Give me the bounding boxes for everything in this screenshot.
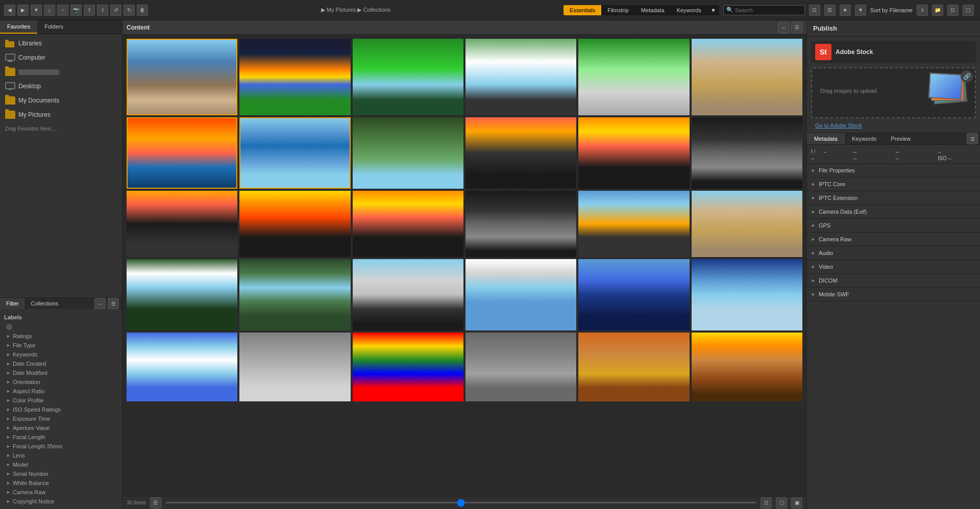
thumbnail-21[interactable] bbox=[353, 259, 463, 330]
thumbnail-16[interactable] bbox=[465, 191, 576, 257]
tab-filmstrip[interactable]: Filmstrip bbox=[601, 5, 635, 15]
meta-tab-keywords[interactable]: Keywords bbox=[845, 133, 884, 144]
go-to-adobe-stock-link[interactable]: Go to Adobe Stock bbox=[811, 120, 866, 131]
sidebar-item-hidden[interactable] bbox=[0, 65, 122, 79]
reveal-button[interactable]: ○ bbox=[57, 5, 68, 16]
tab-collections[interactable]: Collections bbox=[24, 298, 64, 309]
thumbnail-27[interactable] bbox=[353, 333, 463, 401]
meta-more-button[interactable]: ☰ bbox=[967, 133, 978, 144]
thumbnail-28[interactable] bbox=[465, 333, 576, 401]
tab-favorites[interactable]: Favorites bbox=[0, 20, 37, 34]
tab-metadata[interactable]: Metadata bbox=[635, 5, 671, 15]
filter-camera-raw[interactable]: ► Camera Raw bbox=[4, 488, 118, 497]
footer-view-grid[interactable]: ☷ bbox=[761, 497, 772, 508]
thumbnail-3[interactable] bbox=[353, 39, 463, 115]
sidebar-item-libraries[interactable]: Libraries bbox=[0, 36, 122, 50]
sidebar-item-desktop[interactable]: Desktop bbox=[0, 79, 122, 93]
meta-section-header-camera-raw[interactable]: ► Camera Raw bbox=[811, 235, 976, 244]
back-button[interactable]: ◀ bbox=[4, 5, 15, 16]
tab-keywords[interactable]: Keywords bbox=[671, 5, 707, 15]
thumbnail-19[interactable] bbox=[127, 259, 237, 330]
filter-date-created[interactable]: ► Date Created bbox=[4, 359, 118, 368]
filter-iso-speed[interactable]: ► ISO Speed Ratings bbox=[4, 405, 118, 414]
thumbnail-4[interactable] bbox=[465, 39, 576, 115]
publish-service-adobe-stock[interactable]: St Adobe Stock bbox=[811, 41, 976, 63]
thumbnail-18[interactable] bbox=[692, 191, 802, 257]
thumbnail-14[interactable] bbox=[239, 191, 350, 257]
camera-button[interactable]: 📷 bbox=[70, 5, 82, 16]
filter-date-modified[interactable]: ► Date Modified bbox=[4, 368, 118, 377]
search-input[interactable] bbox=[723, 5, 805, 15]
thumbnail-7[interactable] bbox=[127, 117, 237, 189]
view-folder-button[interactable]: 📁 bbox=[932, 5, 943, 16]
thumbnail-6[interactable] bbox=[692, 39, 802, 115]
footer-view-large[interactable]: ▣ bbox=[791, 497, 802, 508]
filter-dropdown-button[interactable]: ▼ bbox=[855, 5, 866, 16]
filter-lens[interactable]: ► Lens bbox=[4, 451, 118, 460]
filter-aspect-ratio[interactable]: ► Aspect Ratio bbox=[4, 387, 118, 396]
filter-orientation[interactable]: ► Orientation bbox=[4, 377, 118, 387]
thumbnail-15[interactable] bbox=[353, 191, 463, 257]
thumbnail-8[interactable] bbox=[239, 117, 350, 189]
thumbnail-25[interactable] bbox=[127, 333, 237, 401]
thumbnail-2[interactable] bbox=[239, 39, 350, 115]
rotate-right-button[interactable]: ↻ bbox=[124, 5, 135, 16]
down-arrow-button[interactable]: ▼ bbox=[31, 5, 42, 16]
thumbnail-13[interactable] bbox=[127, 191, 237, 257]
filter-minimize-button[interactable]: – bbox=[94, 298, 106, 309]
sidebar-item-my-documents[interactable]: My Documents bbox=[0, 93, 122, 108]
thumbnail-9[interactable] bbox=[353, 117, 463, 189]
zoom-slider[interactable] bbox=[165, 502, 756, 503]
tab-dropdown-arrow[interactable]: ▼ bbox=[707, 5, 719, 15]
thumbnail-11[interactable] bbox=[578, 117, 689, 189]
upload-button[interactable]: ⇧ bbox=[84, 5, 95, 16]
thumbnail-24[interactable] bbox=[692, 259, 802, 330]
meta-section-header-camera-data[interactable]: ► Camera Data (Exif) bbox=[811, 207, 976, 216]
filter-more-button[interactable]: ☰ bbox=[108, 298, 119, 309]
thumbnail-20[interactable] bbox=[239, 259, 350, 330]
thumbnail-5[interactable] bbox=[578, 39, 689, 115]
thumbnail-30[interactable] bbox=[692, 333, 802, 401]
thumbnail-23[interactable] bbox=[578, 259, 689, 330]
sidebar-item-my-pictures[interactable]: My Pictures bbox=[0, 108, 122, 122]
meta-section-header-gps[interactable]: ► GPS bbox=[811, 221, 976, 230]
filter-focal-length[interactable]: ► Focal Length bbox=[4, 432, 118, 442]
filter-aperture-value[interactable]: ► Aperture Value bbox=[4, 423, 118, 432]
thumbnail-1[interactable] bbox=[127, 39, 237, 115]
thumbnail-12[interactable] bbox=[692, 117, 802, 189]
footer-view-detail[interactable]: ▢ bbox=[776, 497, 787, 508]
view-grid-button[interactable]: ☷ bbox=[947, 5, 959, 16]
filter-white-balance[interactable]: ► White Balance bbox=[4, 478, 118, 488]
filter-file-type[interactable]: ► File Type bbox=[4, 341, 118, 350]
thumbnail-10[interactable] bbox=[465, 117, 576, 189]
tab-filter[interactable]: Filter bbox=[0, 298, 24, 309]
filter-label-dot[interactable] bbox=[4, 322, 118, 332]
filter-copyright-notice[interactable]: ► Copyright Notice bbox=[4, 497, 118, 506]
meta-section-header-file-properties[interactable]: ► File Properties bbox=[811, 166, 976, 175]
drag-upload-area[interactable]: Drag images to upload ➔ 🔗 bbox=[811, 67, 976, 118]
content-more-button[interactable]: ☰ bbox=[791, 22, 802, 33]
rotate-left-button[interactable]: ↺ bbox=[110, 5, 121, 16]
list-view-button[interactable]: ☰ bbox=[824, 5, 836, 16]
meta-section-header-dicom[interactable]: ► DICOM bbox=[811, 276, 976, 285]
download-button[interactable]: ⇩ bbox=[97, 5, 108, 16]
tab-folders[interactable]: Folders bbox=[37, 20, 70, 34]
grid-view-button[interactable]: ☷ bbox=[809, 5, 820, 16]
filter-serial-number[interactable]: ► Serial Number bbox=[4, 469, 118, 478]
meta-section-header-iptc-core[interactable]: ► IPTC Core bbox=[811, 180, 976, 189]
forward-button[interactable]: ▶ bbox=[17, 5, 29, 16]
sort-direction-button[interactable]: ⇓ bbox=[917, 5, 928, 16]
delete-button[interactable]: 🗑 bbox=[137, 5, 148, 16]
filter-exposure-time[interactable]: ► Exposure Time bbox=[4, 414, 118, 423]
filter-focal-length-35mm[interactable]: ► Focal Length 35mm bbox=[4, 442, 118, 451]
content-minimize-button[interactable]: – bbox=[778, 22, 789, 33]
filter-keywords[interactable]: ► Keywords bbox=[4, 350, 118, 359]
filter-ratings[interactable]: ► Ratings bbox=[4, 332, 118, 341]
meta-tab-preview[interactable]: Preview bbox=[884, 133, 918, 144]
star-filter-button[interactable]: ★ bbox=[840, 5, 851, 16]
meta-tab-metadata[interactable]: Metadata bbox=[807, 133, 845, 144]
footer-view-list[interactable]: ☰ bbox=[150, 497, 161, 508]
thumbnail-22[interactable] bbox=[465, 259, 576, 330]
sidebar-item-computer[interactable]: Computer bbox=[0, 50, 122, 65]
tab-essentials[interactable]: Essentials bbox=[564, 5, 601, 15]
